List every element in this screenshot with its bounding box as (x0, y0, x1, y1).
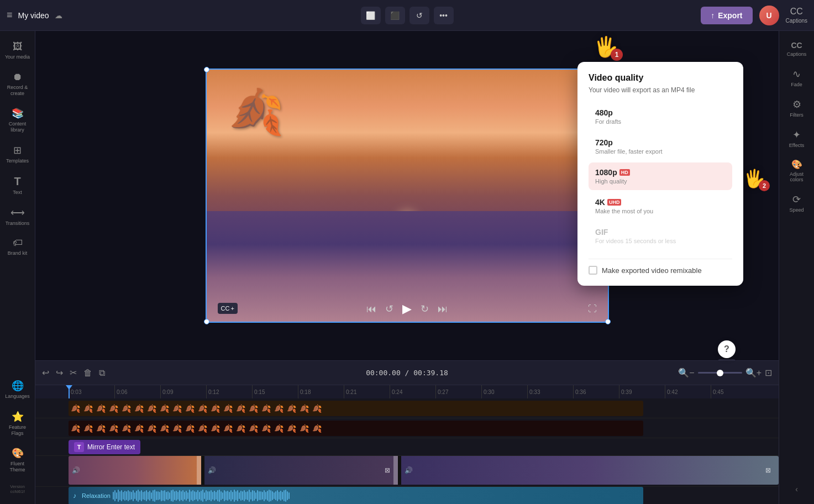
undo-button[interactable]: ↩ (42, 368, 49, 378)
sidebar-item-languages[interactable]: 🌐 Languages (2, 375, 33, 404)
left-sidebar: 🖼 Your media ⏺ Record & create 📚 Content… (0, 31, 35, 504)
brand-kit-icon: 🏷 (13, 237, 23, 249)
video-segment-sunset[interactable]: 🔊 (69, 456, 201, 485)
more-tools-button[interactable]: ••• (434, 7, 454, 24)
project-name[interactable]: My video (18, 11, 49, 20)
right-sidebar-item-speed[interactable]: ⟳ Speed (781, 189, 812, 217)
playhead-ruler (69, 385, 70, 398)
segment-resize-handle-2[interactable] (393, 456, 398, 485)
quality-popup-subtitle: Your video will export as an MP4 file (589, 86, 732, 94)
sidebar-item-templates[interactable]: ⊞ Templates (2, 140, 33, 169)
track-content-text[interactable]: T Mirror Enter text (69, 438, 779, 455)
video-segment-silhouettes[interactable]: 🔊 ⊠ (204, 456, 398, 485)
track-row-leaf-1: 🍂🍂🍂🍂🍂🍂🍂🍂🍂🍂🍂🍂🍂🍂🍂🍂🍂🍂🍂🍂 (35, 398, 779, 418)
audio-main-track[interactable]: ♪ Relaxation (69, 487, 643, 504)
sidebar-item-brand-kit[interactable]: 🏷 Brand kit (2, 233, 33, 261)
sidebar-item-content-library[interactable]: 📚 Content library (2, 103, 33, 138)
right-sidebar-item-fade[interactable]: ∿ Fade (781, 64, 812, 92)
uhd-badge: UHD (607, 199, 622, 206)
topbar-right: ↑ Export U CC Captions (701, 6, 807, 25)
quality-name-gif: GIF (595, 228, 726, 237)
text-track-item-mirror[interactable]: T Mirror Enter text (69, 440, 140, 454)
right-sidebar-collapse-button[interactable]: ‹ (795, 485, 798, 494)
skip-to-start-button[interactable]: ⏮ (366, 303, 376, 315)
leaf-icons-row-2: 🍂🍂🍂🍂🍂🍂🍂🍂🍂🍂🍂🍂🍂🍂🍂🍂🍂🍂🍂🍂 (69, 424, 324, 433)
crop-tool-button[interactable]: ⬜ (361, 7, 381, 24)
sidebar-label-brand-kit: Brand kit (8, 250, 28, 256)
sidebar-item-feature-flags[interactable]: ⭐ Feature Flags (2, 406, 33, 441)
resize-handle-top-left[interactable] (204, 67, 209, 72)
duplicate-button[interactable]: ⧉ (99, 368, 105, 378)
cut-button[interactable]: ✂ (70, 368, 77, 378)
fit-timeline-button[interactable]: ⊡ (765, 368, 772, 378)
help-button[interactable]: ? (718, 340, 736, 358)
right-sidebar-item-captions[interactable]: CC Captions (781, 36, 812, 61)
segment-resize-handle-1[interactable] (197, 456, 201, 485)
quality-desc-480p: For drafts (595, 118, 726, 125)
play-pause-button[interactable]: ▶ (402, 302, 412, 316)
track-content-audio[interactable]: ♪ Relaxation (69, 487, 779, 504)
leaf-overlay-track-2[interactable]: 🍂🍂🍂🍂🍂🍂🍂🍂🍂🍂🍂🍂🍂🍂🍂🍂🍂🍂🍂🍂 (69, 421, 643, 436)
redo-button[interactable]: ↪ (56, 368, 63, 378)
right-sidebar-item-effects[interactable]: ✦ Effects (781, 124, 812, 153)
quality-option-1080p[interactable]: 1080p HD High quality 🖐 2 (589, 162, 732, 190)
quality-option-480p[interactable]: 480p For drafts (589, 103, 732, 130)
right-sidebar-item-adjust-colors[interactable]: 🎨 Adjust colors (781, 155, 812, 187)
sidebar-item-transitions[interactable]: ⟷ Transitions (2, 202, 33, 231)
feature-flags-icon: ⭐ (12, 411, 24, 423)
languages-icon: 🌐 (12, 380, 24, 392)
remixable-checkbox[interactable] (589, 266, 597, 275)
leaf-overlay-track-1[interactable]: 🍂🍂🍂🍂🍂🍂🍂🍂🍂🍂🍂🍂🍂🍂🍂🍂🍂🍂🍂🍂 (69, 401, 643, 416)
resize-tool-button[interactable]: ⬛ (385, 7, 405, 24)
quality-option-4k[interactable]: 4K UHD Make the most of you (589, 192, 732, 220)
quality-option-gif[interactable]: GIF For videos 15 seconds or less (589, 222, 732, 250)
export-button[interactable]: ↑ Export (701, 7, 752, 24)
sidebar-label-your-media: Your media (5, 54, 30, 60)
fast-forward-button[interactable]: ↻ (421, 303, 429, 315)
track-content-video[interactable]: 🔊 🔊 ⊠ (69, 456, 779, 486)
sidebar-item-text[interactable]: T Text (2, 171, 33, 200)
skip-to-end-button[interactable]: ⏭ (438, 303, 448, 315)
quality-name-480p: 480p (595, 108, 726, 117)
hamburger-menu-button[interactable]: ≡ (7, 9, 13, 21)
sidebar-item-record[interactable]: ⏺ Record & create (2, 67, 33, 101)
fullscreen-button[interactable]: ⛶ (588, 304, 597, 314)
sidebar-item-your-media[interactable]: 🖼 Your media (2, 36, 33, 65)
ruler-mark: 0:09 (160, 385, 206, 398)
filters-icon: ⚙ (792, 98, 801, 111)
ruler-mark: 0:36 (573, 385, 619, 398)
ruler-mark: 0:21 (344, 385, 390, 398)
sidebar-label-languages: Languages (5, 393, 30, 400)
user-avatar[interactable]: U (759, 6, 779, 25)
zoom-slider[interactable] (698, 372, 742, 374)
zoom-out-button[interactable]: 🔍− (678, 368, 694, 378)
ruler-mark: 0:12 (206, 385, 252, 398)
closed-captions-button[interactable]: CC + (218, 303, 238, 314)
zoom-thumb (717, 370, 723, 376)
track-content-leaf-2[interactable]: 🍂🍂🍂🍂🍂🍂🍂🍂🍂🍂🍂🍂🍂🍂🍂🍂🍂🍂🍂🍂 (69, 418, 779, 438)
resize-handle-bottom-left[interactable] (204, 319, 209, 324)
cursor-2-overlay: 🖐 2 (743, 168, 765, 189)
cc-plus-icon: + (230, 305, 234, 312)
quality-option-720p[interactable]: 720p Smaller file, faster export (589, 133, 732, 160)
video-frame[interactable]: 🍂 CC + ⏮ ↺ ▶ ↻ ⏭ (206, 69, 609, 323)
rewind-button[interactable]: ↺ (385, 303, 393, 315)
right-sidebar-label-fade: Fade (791, 82, 802, 87)
ruler-mark: 0:18 (298, 385, 344, 398)
video-segment-mountains[interactable]: 🔊 ⊠ (401, 456, 779, 485)
zoom-controls: 🔍− 🔍+ ⊡ (678, 368, 772, 378)
rotate-tool-button[interactable]: ↺ (409, 7, 429, 24)
delete-button[interactable]: 🗑 (83, 368, 92, 378)
right-sidebar-item-filters[interactable]: ⚙ Filters (781, 94, 812, 122)
sidebar-item-version: Version ccfd61f (2, 480, 33, 498)
track-content-leaf-1[interactable]: 🍂🍂🍂🍂🍂🍂🍂🍂🍂🍂🍂🍂🍂🍂🍂🍂🍂🍂🍂🍂 (69, 398, 779, 418)
right-sidebar-label-adjust-colors: Adjust colors (784, 171, 810, 182)
resize-handle-bottom-right[interactable] (605, 319, 611, 324)
sidebar-item-fluent-theme[interactable]: 🎨 Fluent Theme (2, 443, 33, 477)
timeline-ruler: 0:03 0:06 0:09 0:12 0:15 0:18 0:21 0:24 … (35, 385, 779, 398)
zoom-in-button[interactable]: 🔍+ (745, 368, 762, 378)
your-media-icon: 🖼 (13, 41, 23, 53)
right-sidebar-label-captions: Captions (787, 51, 807, 57)
ruler-mark: 0:39 (619, 385, 665, 398)
captions-panel-button[interactable]: CC Captions (786, 7, 807, 24)
